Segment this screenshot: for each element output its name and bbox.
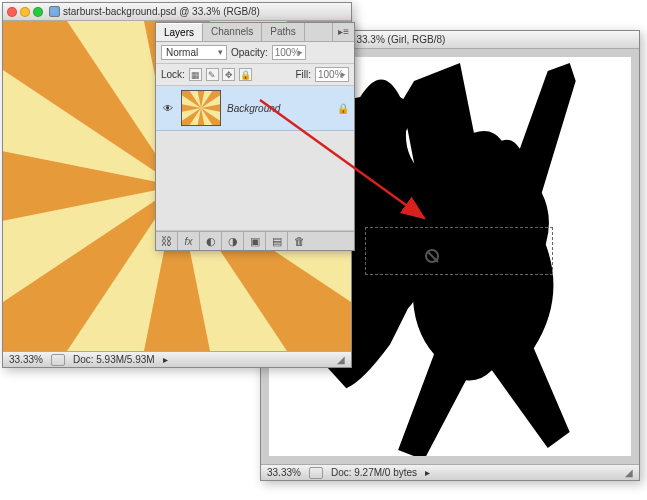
minimize-window-icon[interactable] [20,7,30,17]
layer-list[interactable]: 👁 Background 🔒 [156,86,354,131]
delete-layer-icon[interactable]: 🗑 [288,232,310,250]
panel-menu-icon[interactable]: ▸≡ [332,23,354,41]
document-proxy-icon [49,6,60,17]
adjustment-layer-icon[interactable]: ◑ [222,232,244,250]
layer-thumbnail[interactable] [181,90,221,126]
lock-label: Lock: [161,69,185,80]
fill-label: Fill: [295,69,311,80]
hand-tool-icon[interactable] [51,354,65,366]
tab-layers[interactable]: Layers [156,23,203,41]
lock-position-icon[interactable]: ✥ [222,68,235,81]
statusbar-menu-icon[interactable]: ▸ [425,467,430,478]
new-group-icon[interactable]: ▣ [244,232,266,250]
panel-tabs: Layers Channels Paths ▸≡ [156,23,354,42]
window1-doc-size: Doc: 5.93M/5.93M [73,354,155,365]
window2-statusbar: 33.33% Doc: 9.27M/0 bytes ▸ ◢ [261,464,639,480]
fill-field[interactable]: 100% [315,67,349,82]
link-layers-icon[interactable]: ⛓ [156,232,178,250]
lock-all-icon[interactable]: 🔒 [239,68,252,81]
statusbar-menu-icon[interactable]: ▸ [163,354,168,365]
opacity-field[interactable]: 100% [272,45,306,60]
layer-lock-icon[interactable]: 🔒 [337,103,349,114]
resize-grip-icon[interactable]: ◢ [337,354,345,365]
close-window-icon[interactable] [7,7,17,17]
lock-buttons: ▦ ✎ ✥ 🔒 [189,68,253,81]
new-layer-icon[interactable]: ▤ [266,232,288,250]
tab-channels[interactable]: Channels [203,23,262,41]
hand-tool-icon[interactable] [309,467,323,479]
layer-name[interactable]: Background [227,103,280,114]
layer-fx-icon[interactable]: fx [178,232,200,250]
lock-transparent-icon[interactable]: ▦ [189,68,202,81]
panel-footer: ⛓ fx ◐ ◑ ▣ ▤ 🗑 [156,231,354,250]
zoom-window-icon[interactable] [33,7,43,17]
window2-zoom-readout[interactable]: 33.33% [267,467,301,478]
window-controls [7,7,43,17]
visibility-eye-icon[interactable]: 👁 [161,103,175,114]
window1-titlebar[interactable]: starburst-background.psd @ 33.3% (RGB/8) [3,3,351,21]
window1-statusbar: 33.33% Doc: 5.93M/5.93M ▸ ◢ [3,351,351,367]
tab-paths[interactable]: Paths [262,23,305,41]
layer-row-background[interactable]: 👁 Background 🔒 [156,86,354,131]
add-mask-icon[interactable]: ◐ [200,232,222,250]
opacity-label: Opacity: [231,47,268,58]
layers-panel[interactable]: Layers Channels Paths ▸≡ Normal Opacity:… [155,22,355,251]
window2-doc-size: Doc: 9.27M/0 bytes [331,467,417,478]
layer-list-empty-area[interactable] [156,131,354,231]
window1-zoom-readout[interactable]: 33.33% [9,354,43,365]
window1-title: starburst-background.psd @ 33.3% (RGB/8) [63,6,260,17]
lock-pixels-icon[interactable]: ✎ [206,68,219,81]
blend-mode-select[interactable]: Normal [161,45,227,60]
resize-grip-icon[interactable]: ◢ [625,467,633,478]
